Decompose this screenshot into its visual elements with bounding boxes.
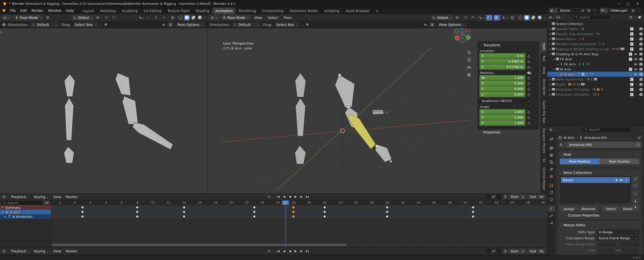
outliner-item-label[interactable]: Animation Principles bbox=[556, 88, 590, 91]
timeline2-editor-type-button[interactable]: ⌄ bbox=[2, 248, 8, 254]
lock-icon[interactable] bbox=[527, 76, 530, 80]
outliner-item-label[interactable]: Deadly Snake Animation bbox=[556, 42, 596, 46]
hide-eye-icon[interactable] bbox=[634, 73, 637, 76]
workspace-tab-asset-browser[interactable]: Asset Browser bbox=[342, 8, 373, 14]
snap-settings-dropdown[interactable]: ⌄ bbox=[111, 15, 117, 20]
exclude-checkbox[interactable]: ✓ bbox=[630, 83, 633, 86]
toggle-perspective-icon[interactable] bbox=[467, 73, 471, 77]
mirror-x-toggle[interactable]: X bbox=[168, 22, 173, 27]
sidebar-tab-tool[interactable]: Tool bbox=[540, 53, 547, 64]
motion-paths-value[interactable]: In Range⌄ bbox=[597, 229, 639, 235]
outliner-item-label[interactable]: Handle Types bbox=[556, 27, 578, 31]
transform-rotation-z-field[interactable]: Z0.000 bbox=[479, 92, 525, 97]
channel-search-input[interactable]: Search bbox=[1, 200, 43, 205]
timeline-menu-keying[interactable]: Keying ⌄ bbox=[32, 194, 51, 199]
outliner-row[interactable]: ▸Animation Principles▽4✓⌄ bbox=[547, 87, 644, 92]
disable-render-icon[interactable] bbox=[639, 27, 643, 30]
disclosure-icon[interactable]: ▸ bbox=[556, 63, 560, 66]
exclude-checkbox[interactable]: ✓ bbox=[630, 32, 633, 36]
outliner-item-label[interactable]: Rigging & Weight Painting a Leg bbox=[556, 47, 609, 51]
mode-dropdown[interactable]: Pose Mode⌄ bbox=[221, 15, 250, 20]
transform-location-x-field[interactable]: X0 m bbox=[479, 53, 525, 59]
properties-tab-physics[interactable] bbox=[548, 196, 555, 203]
select-menu[interactable]: Select bbox=[266, 15, 280, 20]
timeline2-menu-marker[interactable]: Marker bbox=[64, 249, 80, 254]
timeline2-jump-to-end-button[interactable] bbox=[305, 249, 310, 254]
hide-eye-closed-icon[interactable]: ⌄ bbox=[635, 83, 637, 86]
shading-material-button[interactable] bbox=[190, 15, 197, 20]
sidebar-tab-ss[interactable]: SS bbox=[540, 156, 547, 165]
channel-label[interactable]: IK ArmAction bbox=[12, 215, 33, 219]
copy-viewlayer-icon[interactable] bbox=[630, 9, 636, 12]
move-down-button[interactable]: ▼ bbox=[632, 204, 638, 210]
workspace-tab-compositing[interactable]: Compositing bbox=[259, 8, 286, 14]
properties-tab-tool[interactable] bbox=[548, 136, 555, 142]
lock-icon[interactable] bbox=[527, 121, 530, 125]
disclosure-icon[interactable]: ▾ bbox=[552, 58, 556, 61]
hide-eye-icon[interactable] bbox=[634, 53, 637, 56]
timeline-current-frame-field[interactable]: 27 bbox=[485, 194, 502, 199]
properties-tab-render[interactable] bbox=[548, 145, 555, 151]
show-visibility-dropdown[interactable]: ⌄ bbox=[478, 15, 485, 20]
sidebar-tab-dynamic-parent[interactable]: Dynamic Parent bbox=[540, 126, 547, 155]
disable-render-icon[interactable] bbox=[639, 78, 643, 81]
shading-material-button[interactable] bbox=[530, 15, 536, 20]
disable-render-icon[interactable] bbox=[639, 47, 643, 50]
active-tool-icon[interactable] bbox=[104, 23, 108, 27]
drag-dropdown[interactable]: Select Box⌄ bbox=[73, 22, 98, 28]
motion-paths-value[interactable]: Scene Frame Range⌄ bbox=[597, 236, 639, 241]
show-overlays-toggle[interactable]: ⌄ bbox=[154, 15, 160, 20]
scene-selector[interactable]: ⌄ Scene ✕ bbox=[549, 8, 597, 13]
workspace-tab-texture-paint[interactable]: Texture Paint bbox=[165, 8, 192, 14]
custom-properties-header[interactable]: ⌄Custom Properties bbox=[560, 213, 639, 218]
properties-search-input[interactable]: Search bbox=[583, 127, 631, 132]
menu-file[interactable]: File bbox=[8, 8, 18, 13]
exclude-checkbox[interactable]: ✓ bbox=[629, 53, 632, 56]
timeline2-play-button[interactable] bbox=[293, 249, 298, 254]
outliner-item-label[interactable]: Deadly Trap Animation bbox=[556, 32, 593, 36]
hide-eye-icon[interactable] bbox=[634, 63, 637, 66]
timeline2-previous-keyframe-button[interactable] bbox=[281, 249, 286, 254]
outliner-row[interactable]: Scene Collection bbox=[547, 21, 644, 26]
properties-options-dropdown[interactable]: ⌄ bbox=[640, 128, 642, 131]
disable-render-icon[interactable] bbox=[639, 53, 643, 56]
pose-options-dropdown[interactable]: Pose Options⌄ bbox=[437, 22, 467, 28]
timeline-autokey-button[interactable]: ⌄ bbox=[268, 195, 273, 198]
view-menu[interactable]: View bbox=[252, 15, 264, 20]
timeline2-play-reverse-button[interactable] bbox=[287, 249, 292, 254]
disable-render-icon[interactable] bbox=[639, 88, 643, 91]
outliner-display-mode-dropdown[interactable]: ⌄ bbox=[556, 15, 562, 20]
disclosure-icon[interactable]: ▸ bbox=[548, 83, 552, 86]
transform-orientation-dropdown[interactable]: Global⌄ bbox=[72, 15, 94, 20]
show-gizmo-toggle[interactable]: ⌄ bbox=[146, 15, 152, 20]
hide-eye-closed-icon[interactable]: ⌄ bbox=[635, 88, 637, 91]
timeline2-jump-to-start-button[interactable] bbox=[276, 249, 281, 254]
timeline-ruler[interactable]: -202468101214161820222426283032343638404… bbox=[51, 200, 547, 205]
copy-scene-icon[interactable] bbox=[586, 9, 592, 12]
render-preview-icon[interactable] bbox=[509, 15, 516, 20]
disclosure-icon[interactable]: ▸ bbox=[548, 43, 552, 45]
pose-menu[interactable]: Pose bbox=[282, 15, 294, 20]
bone-collections-list[interactable]: Bones ● ☆ ···· bbox=[560, 176, 631, 203]
outliner-row[interactable]: ▸Deadly Trap Animation▽2✓⌄ bbox=[547, 31, 644, 36]
shading-solid-button[interactable] bbox=[184, 15, 190, 20]
properties-tab-bone-constraint[interactable] bbox=[548, 219, 555, 226]
pin-icon[interactable] bbox=[580, 9, 586, 12]
channel-action[interactable]: ▸IK ArmAction bbox=[0, 214, 51, 219]
pose-options-dropdown[interactable]: Pose Options⌄ bbox=[175, 22, 205, 28]
specials-menu-button[interactable]: ⌄ bbox=[632, 190, 638, 196]
sidebar-tab-blenderkit[interactable]: BlenderKit bbox=[540, 77, 547, 98]
timeline2-menu-keying[interactable]: Keying ⌄ bbox=[32, 249, 51, 254]
exclude-checkbox[interactable]: ✓ bbox=[630, 47, 633, 51]
hide-eye-icon[interactable] bbox=[634, 68, 637, 71]
orientation-dropdown[interactable]: Default⌄ bbox=[232, 22, 261, 28]
disclosure-icon[interactable]: ▾ bbox=[548, 53, 552, 56]
zoom-icon[interactable] bbox=[467, 50, 471, 55]
menu-edit[interactable]: Edit bbox=[18, 8, 29, 13]
outliner-row[interactable]: ▸Base Human Rig▽4✓⌄ bbox=[547, 77, 644, 82]
add-workspace-button[interactable]: + bbox=[373, 8, 381, 14]
outliner-row[interactable]: ▸Handle Types▽2✓⌄ bbox=[547, 26, 644, 31]
star-icon[interactable]: ☆ bbox=[625, 178, 628, 182]
filter-icon[interactable]: ⌄ bbox=[629, 15, 635, 20]
show-gizmo-toggle[interactable]: ⌄ bbox=[486, 15, 492, 20]
